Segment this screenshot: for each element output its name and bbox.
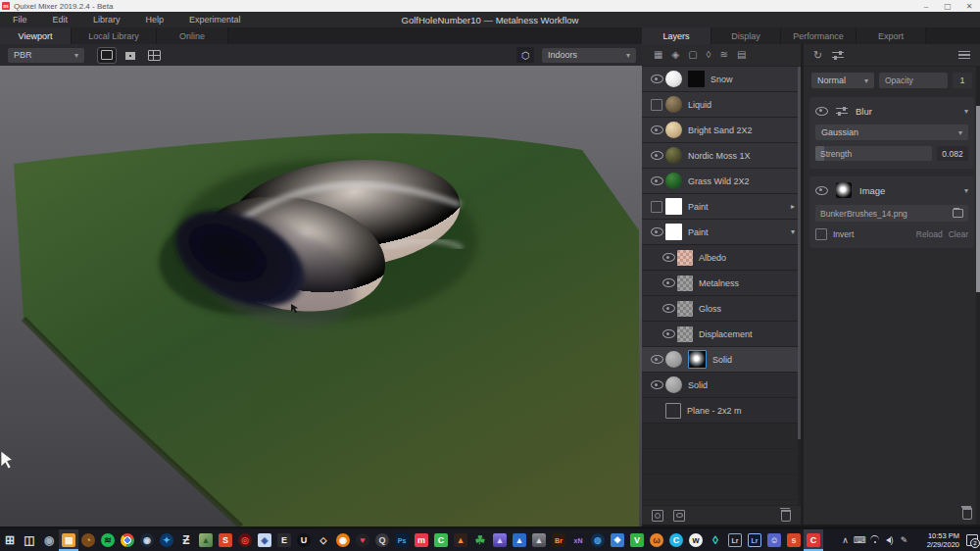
taskbar-xnormal-icon[interactable]: xN	[568, 529, 588, 551]
layer-thumbnail[interactable]	[665, 376, 682, 393]
layer-row-plane-2x2-m[interactable]: Plane - 2x2 m	[642, 398, 801, 424]
taskbar-mixer-active-icon[interactable]: C	[804, 529, 823, 551]
visibility-eye-icon[interactable]	[651, 176, 663, 185]
layer-row-gloss[interactable]: Gloss	[642, 296, 801, 322]
layer-thumbnail[interactable]	[665, 224, 682, 240]
opacity-slider[interactable]: Opacity	[879, 73, 948, 88]
taskbar-bridge-icon[interactable]: Br	[549, 529, 568, 551]
layer-row-albedo[interactable]: Albedo	[642, 245, 801, 271]
action-center-button[interactable]: 2	[963, 529, 980, 551]
taskbar-substance-painter-icon[interactable]: S	[216, 529, 235, 551]
layer-row-paint[interactable]: Paint▾	[642, 220, 801, 245]
taskbar-layers-app-icon[interactable]: ❖	[608, 529, 627, 551]
layer-thumbnail[interactable]	[677, 250, 693, 266]
taskbar-clock[interactable]: 10:53 PM 2/29/2020	[914, 531, 959, 550]
visibility-eye-icon[interactable]	[662, 278, 675, 287]
taskbar-steam-icon[interactable]: ◉	[137, 529, 157, 551]
procedural-layer-icon[interactable]: ≋	[720, 50, 728, 60]
taskbar-green-c-app-icon[interactable]: C	[431, 529, 451, 551]
layer-row-snow[interactable]: Snow	[642, 67, 801, 92]
visibility-eye-icon[interactable]	[651, 355, 663, 364]
layer-thumbnail[interactable]	[665, 96, 682, 113]
layer-row-liquid[interactable]: Liquid	[642, 92, 801, 118]
wifi-icon[interactable]	[867, 535, 882, 545]
visibility-eye-icon[interactable]	[651, 75, 663, 83]
taskbar-globe-app-icon[interactable]: ◍	[588, 529, 608, 551]
layer-thumbnail[interactable]	[677, 301, 693, 317]
taskbar-terrain-app-icon[interactable]: ▲	[529, 529, 549, 551]
new-group-icon[interactable]	[673, 510, 685, 522]
tab-export[interactable]: Export	[857, 27, 926, 44]
taskbar-droplet-app-icon[interactable]: ◊	[706, 529, 725, 551]
add-mask-icon[interactable]	[652, 510, 663, 522]
taskbar-substance-app-icon[interactable]: s	[784, 529, 804, 551]
layer-mask-thumbnail[interactable]	[688, 71, 705, 87]
taskbar-game-launcher-icon[interactable]: ◔	[78, 529, 98, 551]
taskbar-notes-app-icon[interactable]: ◈	[255, 529, 274, 551]
visibility-eye-icon[interactable]	[651, 227, 663, 236]
reload-button[interactable]: Reload	[916, 229, 943, 239]
panel-menu-icon[interactable]	[958, 51, 970, 59]
close-button[interactable]: ✕	[958, 2, 980, 11]
visibility-eye-icon[interactable]	[662, 304, 675, 313]
visibility-checkbox[interactable]	[651, 201, 662, 213]
collapse-image-icon[interactable]: ▾	[964, 186, 968, 195]
split-view-button[interactable]	[145, 48, 163, 63]
taskbar-heart-app-icon[interactable]: ♥	[353, 529, 372, 551]
menu-library[interactable]: Library	[80, 15, 133, 25]
image-visibility-icon[interactable]	[815, 186, 828, 195]
layer-row-paint[interactable]: Paint▸	[642, 194, 801, 220]
layer-row-nordic-moss-1x[interactable]: Nordic Moss 1X	[642, 143, 801, 169]
collapse-icon[interactable]: ▾	[791, 227, 795, 236]
taskbar-task-view-button[interactable]: ◫	[20, 529, 39, 551]
atlas-layer-icon[interactable]: ▤	[737, 50, 746, 60]
taskbar-blender-icon[interactable]: ◉	[333, 529, 353, 551]
taskbar-cortana-icon[interactable]: ◉	[39, 529, 59, 551]
layer-thumbnail[interactable]	[665, 198, 682, 215]
taskbar-chrome-icon[interactable]	[118, 529, 137, 551]
taskbar-lightroom-icon[interactable]: Lr	[745, 529, 764, 551]
layer-row-displacement[interactable]: Displacement	[642, 322, 801, 347]
properties-scrollbar[interactable]	[976, 67, 980, 525]
strength-slider[interactable]: Strength	[815, 146, 932, 161]
expand-icon[interactable]: ▸	[791, 202, 795, 211]
layer-thumbnail[interactable]	[665, 173, 682, 189]
layer-thumbnail[interactable]	[677, 276, 693, 291]
tab-local-library[interactable]: Local Library	[72, 27, 157, 44]
image-thumbnail[interactable]	[836, 182, 852, 198]
quad-view-button[interactable]	[122, 48, 139, 63]
layer-thumbnail[interactable]	[665, 122, 682, 138]
taskbar-flame-app-icon[interactable]: ▲	[451, 529, 470, 551]
layer-row-solid[interactable]: Solid	[642, 347, 801, 373]
taskbar-photoshop-icon[interactable]: Ps	[392, 529, 412, 551]
shading-mode-select[interactable]: PBR▾	[8, 48, 84, 63]
clear-button[interactable]: Clear	[949, 229, 968, 239]
minimize-button[interactable]: –	[915, 2, 937, 11]
taskbar-mixer-icon[interactable]: m	[412, 529, 431, 551]
taskbar-start-button[interactable]: ⊞	[0, 529, 20, 551]
delete-layer-icon[interactable]	[781, 510, 791, 522]
taskbar-discord-icon[interactable]: ☺	[764, 529, 784, 551]
browse-folder-icon[interactable]	[953, 209, 963, 218]
layer-thumbnail[interactable]	[665, 71, 682, 87]
fill-layer-icon[interactable]: ▢	[688, 50, 697, 60]
environment-select[interactable]: Indoors▾	[542, 48, 636, 63]
taskbar-file-explorer-icon[interactable]: ▤	[59, 529, 78, 551]
pen-icon[interactable]: ✎	[897, 535, 911, 545]
visibility-eye-icon[interactable]	[651, 125, 663, 134]
strength-value[interactable]: 0.082	[937, 146, 968, 161]
opacity-value[interactable]: 1	[953, 73, 972, 88]
layer-thumbnail[interactable]	[665, 147, 682, 164]
layer-row-metalness[interactable]: Metalness	[642, 271, 801, 296]
solid-layer-icon[interactable]: ▦	[654, 50, 662, 60]
taskbar-spotify-icon[interactable]: ≋	[98, 529, 118, 551]
layer-row-bright-sand-2x2[interactable]: Bright Sand 2X2	[642, 118, 801, 143]
taskbar-leaf-app-icon[interactable]: ☘	[470, 529, 490, 551]
layer-thumbnail[interactable]	[665, 351, 682, 368]
tab-performance[interactable]: Performance	[781, 27, 857, 44]
tab-viewport[interactable]: Viewport	[0, 27, 72, 44]
tab-online[interactable]: Online	[157, 27, 228, 44]
3d-viewport[interactable]	[0, 66, 642, 526]
visibility-eye-icon[interactable]	[662, 329, 675, 338]
menu-help[interactable]: Help	[133, 15, 177, 25]
